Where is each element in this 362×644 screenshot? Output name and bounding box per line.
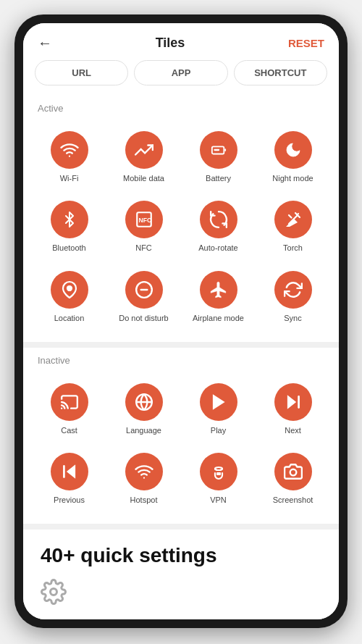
sync-label: Sync [284,313,301,323]
language-icon [125,383,163,421]
cast-icon [51,383,88,421]
torch-label: Torch [283,243,303,253]
play-icon [200,383,237,421]
dnd-label: Do not disturb [119,313,168,323]
screenshot-label: Screenshot [273,495,313,505]
inactive-tiles-grid: Cast Language [23,370,339,524]
screenshot-icon [274,453,312,490]
tab-bar: URL APP SHORTCUT [23,60,339,96]
back-button[interactable]: ← [38,35,52,51]
bottom-separator [23,524,339,530]
previous-icon [51,453,88,490]
svg-point-7 [67,286,72,290]
phone-frame: ← Tiles RESET URL APP SHORTCUT Active [14,14,348,628]
page-title: Tiles [156,35,185,51]
location-label: Location [54,313,85,323]
tab-shortcut[interactable]: SHORTCUT [234,60,327,85]
tile-bluetooth[interactable]: Bluetooth [32,193,106,260]
dnd-icon [125,271,163,309]
bluetooth-icon [51,201,88,238]
tile-language[interactable]: Language [106,376,181,443]
mobile-data-label: Mobile data [123,173,164,183]
active-section-label: Active [23,96,339,118]
next-label: Next [285,425,301,435]
airplane-label: Airplane mode [193,313,244,323]
inactive-section-label: Inactive [23,348,339,370]
auto-rotate-label: Auto-rotate [198,243,237,253]
tile-dnd[interactable]: Do not disturb [106,264,181,330]
tab-url[interactable]: URL [35,60,128,85]
svg-point-22 [51,589,57,595]
tile-play[interactable]: Play [181,376,256,443]
night-mode-icon [274,131,312,169]
gear-icon [41,579,67,605]
hotspot-label: Hotspot [130,495,158,505]
language-label: Language [126,425,161,435]
battery-icon [200,131,237,169]
tile-previous[interactable]: Previous [32,446,106,512]
tile-battery[interactable]: Battery [181,124,256,191]
tile-vpn[interactable]: VPN [181,446,256,512]
tab-app[interactable]: APP [134,60,227,85]
nfc-label: NFC [135,243,152,253]
svg-marker-16 [67,466,75,478]
section-separator [23,342,339,348]
nfc-icon: NFC [125,201,163,238]
wifi-label: Wi-Fi [60,173,79,183]
auto-rotate-icon [200,201,237,238]
phone-screen: ← Tiles RESET URL APP SHORTCUT Active [23,23,339,619]
svg-marker-13 [213,395,224,409]
reset-button[interactable]: RESET [288,37,324,49]
vpn-icon [200,453,237,490]
play-label: Play [211,425,226,435]
tile-sync[interactable]: Sync [256,264,330,330]
tile-location[interactable]: Location [32,264,106,330]
tile-torch[interactable]: Torch [256,193,330,260]
torch-icon [274,201,312,238]
tile-airplane[interactable]: Airplane mode [181,264,256,330]
svg-marker-14 [287,396,295,408]
cast-label: Cast [61,425,77,435]
tile-nfc[interactable]: NFC NFC [106,193,181,260]
tile-cast[interactable]: Cast [32,376,106,443]
mobile-data-icon [125,131,163,169]
airplane-icon [200,271,237,309]
tile-hotspot[interactable]: Hotspot [106,446,181,512]
marketing-title: 40+ quick settings [41,544,321,567]
next-icon [274,383,312,421]
tile-wifi[interactable]: Wi-Fi [32,124,106,191]
svg-point-18 [143,477,144,479]
battery-label: Battery [206,173,231,183]
tile-next[interactable]: Next [256,376,330,443]
vpn-label: VPN [210,495,227,505]
hotspot-icon [125,453,163,490]
svg-point-0 [68,156,70,157]
header: ← Tiles RESET [23,23,339,60]
tile-mobile-data[interactable]: Mobile data [106,124,181,191]
wifi-icon [51,131,88,169]
active-tiles-grid: Wi-Fi Mobile data [23,118,339,342]
svg-rect-20 [216,472,221,475]
svg-point-21 [290,469,296,476]
tile-auto-rotate[interactable]: Auto-rotate [181,193,256,260]
night-mode-label: Night mode [272,173,313,183]
tile-screenshot[interactable]: Screenshot [256,446,330,512]
bluetooth-label: Bluetooth [52,243,85,253]
tile-night-mode[interactable]: Night mode [256,124,330,191]
sync-icon [274,271,312,309]
bottom-area: 40+ quick settings [23,530,339,619]
settings-icon-area [41,579,321,612]
svg-text:NFC: NFC [138,217,152,225]
location-icon [51,271,88,309]
previous-label: Previous [54,495,85,505]
